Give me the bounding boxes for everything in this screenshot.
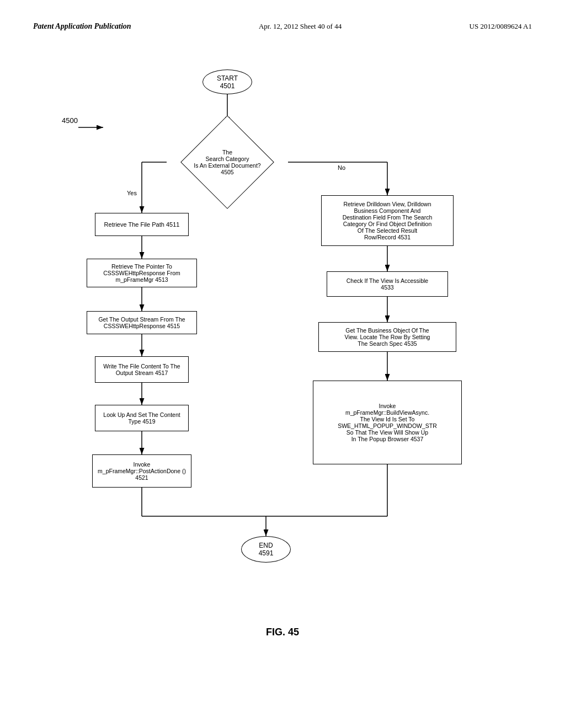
node-4517: Write The File Content To The Output Str…	[95, 356, 189, 383]
start-node: START 4501	[202, 69, 252, 94]
patent-number: US 2012/0089624 A1	[470, 22, 532, 31]
node-4521: Invoke m_pFrameMgr::PostActionDone () 45…	[92, 454, 191, 488]
yes-label: Yes	[127, 190, 137, 196]
figure-caption: FIG. 45	[33, 627, 532, 638]
decision-diamond: The Search Category Is An External Docum…	[167, 124, 288, 201]
node-4513: Retrieve The Pointer To CSSSWEHttpRespon…	[87, 259, 197, 287]
page-header: Patent Application Publication Apr. 12, …	[33, 22, 532, 31]
diagram-label-4500: 4500	[62, 116, 78, 125]
node-4535: Get The Business Object Of The View. Loc…	[318, 322, 456, 352]
node-4537: Invoke m_pFrameMgr::BuildViewAsync. The …	[313, 381, 462, 464]
flowchart-diagram: 4500 Yes No	[45, 42, 520, 621]
publication-label: Patent Application Publication	[33, 22, 131, 31]
no-label: No	[338, 164, 345, 171]
node-4511: Retrieve The File Path 4511	[95, 213, 189, 236]
page: Patent Application Publication Apr. 12, …	[0, 0, 565, 728]
node-4531: Retrieve Drilldown View, Drilldown Busin…	[321, 195, 454, 246]
node-4519: Look Up And Set The Content Type 4519	[95, 405, 189, 431]
node-4533: Check If The View Is Accessible 4533	[327, 271, 448, 297]
sheet-info: Apr. 12, 2012 Sheet 40 of 44	[259, 22, 342, 31]
node-4515: Get The Output Stream From The CSSSWEHtt…	[87, 311, 197, 334]
end-node: END 4591	[241, 536, 291, 563]
